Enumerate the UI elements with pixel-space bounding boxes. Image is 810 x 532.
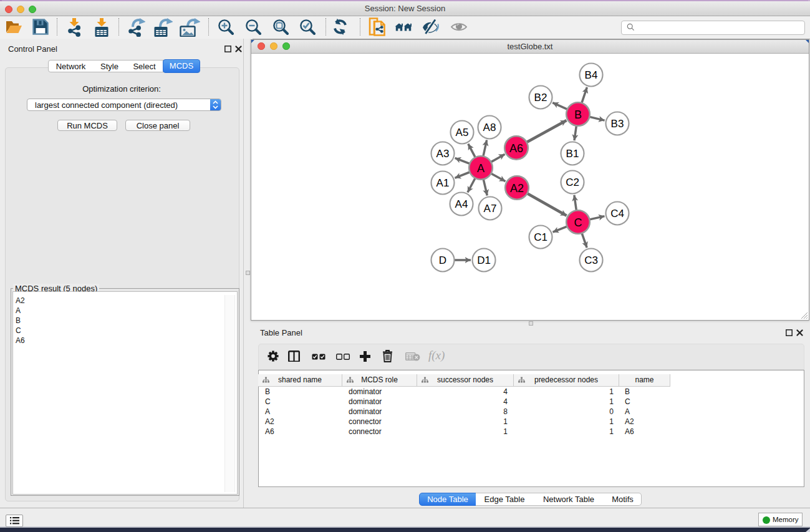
svg-text:A: A [477,162,485,175]
svg-text:A2: A2 [510,182,524,195]
svg-text:D1: D1 [477,254,491,266]
svg-text:C1: C1 [534,231,547,243]
svg-text:B3: B3 [611,118,624,130]
svg-text:B: B [574,109,582,121]
svg-text:A4: A4 [455,198,468,210]
svg-text:A6: A6 [509,142,523,155]
svg-text:A3: A3 [436,148,450,160]
svg-text:D: D [439,254,446,266]
svg-text:C3: C3 [584,254,598,266]
svg-text:A1: A1 [436,177,450,189]
svg-text:C: C [574,216,582,229]
svg-text:A8: A8 [483,122,496,133]
svg-text:C2: C2 [566,177,579,188]
svg-text:A7: A7 [484,203,497,215]
svg-text:B4: B4 [585,69,598,81]
svg-text:A5: A5 [456,127,469,138]
svg-text:B2: B2 [534,92,547,104]
svg-text:C4: C4 [610,208,624,220]
svg-text:B1: B1 [566,148,579,160]
